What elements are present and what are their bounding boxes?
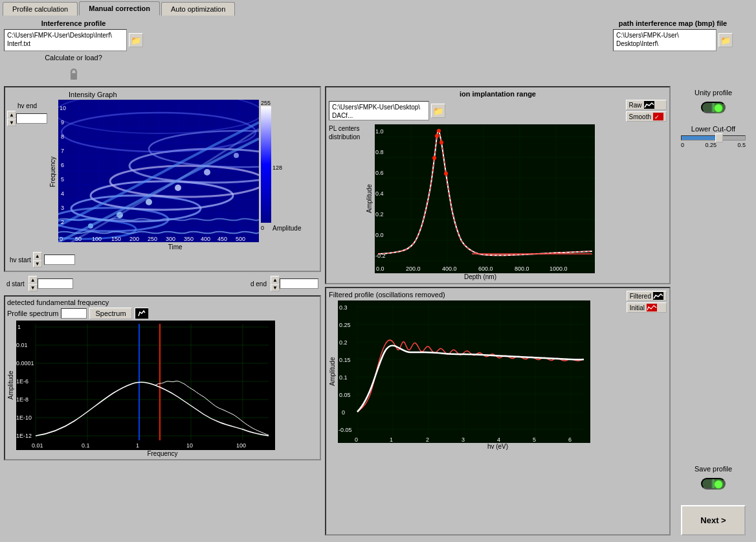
filtered-label: Filtered <box>630 293 651 300</box>
filtered-title: Filtered profile (oscillations removed) <box>329 291 667 299</box>
path-interference-file-row: C:\Users\FMPK-User\ Desktop\Interf\ 📁 <box>613 29 733 51</box>
unity-profile-toggle[interactable] <box>701 102 726 113</box>
lower-cutoff-section: Lower Cut-Off 0 0.25 0.5 <box>681 125 746 148</box>
tab-auto-optimization[interactable]: Auto optimization <box>161 2 235 16</box>
initial-btn[interactable]: Initial <box>627 302 667 313</box>
svg-text:100: 100 <box>236 442 246 449</box>
svg-text:450: 450 <box>217 236 227 242</box>
ion-y-label: Amplitude <box>366 124 375 273</box>
hv-start-up-btn[interactable]: ▲ <box>33 252 42 260</box>
hv-start-input[interactable]: 2.00 <box>44 254 75 265</box>
smooth-btn[interactable]: Smooth ✓ <box>626 111 667 122</box>
path-interference-path[interactable]: C:\Users\FMPK-User\ Desktop\Interf\ <box>613 29 717 51</box>
filtered-btns: Filtered Initial <box>627 291 667 313</box>
raw-label: Raw <box>629 102 642 109</box>
d-end-up-btn[interactable]: ▲ <box>271 276 280 284</box>
center-col: ion implantation range C:\Users\FMPK-Use… <box>325 86 671 536</box>
filtered-graph-row: Amplitude <box>329 300 667 443</box>
color-scale-max: 255 <box>261 100 271 106</box>
svg-point-33 <box>204 169 210 175</box>
left-col: hv end ▲ ▼ 10.00 Intensity Gra <box>4 86 321 536</box>
app-main: Interference profile C:\Users\FMPK-User\… <box>0 16 756 539</box>
svg-text:0.2: 0.2 <box>375 211 384 218</box>
unity-profile-section: Unity profile <box>695 89 732 113</box>
spectrum-controls: Profile spectrum 1.60 Spectrum <box>7 308 318 319</box>
filtered-y-label: Amplitude <box>329 300 338 443</box>
svg-text:0.4: 0.4 <box>375 190 384 197</box>
svg-text:800.0: 800.0 <box>515 265 529 272</box>
spectrum-freq-input[interactable]: 1.60 <box>61 308 87 319</box>
spectrum-icon <box>137 310 146 317</box>
color-scale-min: 0 <box>261 225 264 231</box>
svg-text:0.1: 0.1 <box>339 374 348 381</box>
d-start-input[interactable]: 0.00 <box>38 278 73 289</box>
d-end-down-btn[interactable]: ▼ <box>271 284 280 291</box>
tick-05: 0.5 <box>737 142 746 148</box>
tab-profile-calculation[interactable]: Profile calculation <box>3 2 78 16</box>
hv-end-up-btn[interactable]: ▲ <box>7 111 16 119</box>
spectrum-button[interactable]: Spectrum <box>89 308 131 319</box>
svg-rect-0 <box>71 73 77 80</box>
d-start-spinners: ▲ ▼ <box>28 276 38 291</box>
svg-point-104 <box>444 172 448 175</box>
path-interference-section: path interference map (bmp) file C:\User… <box>613 19 733 51</box>
amplitude-label-scale: Amplitude <box>272 225 301 232</box>
d-end-input[interactable]: 500.00 <box>280 278 318 289</box>
save-profile-label: Save profile <box>695 465 732 473</box>
svg-text:0.1: 0.1 <box>82 442 90 449</box>
svg-text:0.8: 0.8 <box>375 149 384 155</box>
svg-text:1.0: 1.0 <box>375 128 384 135</box>
spectrum-graph-svg: 1 0.01 0.0001 1E-6 1E-8 1E-10 1E-12 0.01 <box>16 321 275 450</box>
hv-end-down-btn[interactable]: ▼ <box>7 119 16 126</box>
svg-text:0.05: 0.05 <box>339 392 351 398</box>
color-scale-gradient <box>261 106 271 223</box>
ion-implantation-section: ion implantation range C:\Users\FMPK-Use… <box>325 86 671 284</box>
ion-file-path[interactable]: C:\Users\FMPK-User\Desktop\ DACf... <box>329 101 429 120</box>
app-layout: Interference profile C:\Users\FMPK-User\… <box>0 16 756 539</box>
lower-cutoff-slider[interactable] <box>681 135 746 141</box>
hv-end-spinners: ▲ ▼ <box>7 111 16 126</box>
right-col: Unity profile Lower Cut-Off 0 0.25 0.5 <box>674 86 752 536</box>
svg-point-103 <box>439 141 443 144</box>
pl-centers-label: PL centers distribution <box>329 124 364 141</box>
svg-point-101 <box>435 134 439 138</box>
hv-end-control: hv end ▲ ▼ 10.00 <box>7 89 47 126</box>
intensity-time-label: Time <box>168 243 183 251</box>
hv-end-input[interactable]: 10.00 <box>16 113 47 124</box>
d-start-down-btn[interactable]: ▼ <box>28 284 38 291</box>
svg-text:-0.2: -0.2 <box>375 253 386 259</box>
ion-graph-col: Amplitude <box>366 124 595 280</box>
interference-profile-path[interactable]: C:\Users\FMPK-User\Desktop\Interf\ Inter… <box>4 29 127 51</box>
svg-text:150: 150 <box>111 236 121 242</box>
hv-start-down-btn[interactable]: ▼ <box>33 260 42 267</box>
save-profile-toggle[interactable] <box>701 478 726 490</box>
smooth-label: Smooth <box>629 113 651 120</box>
svg-text:✓: ✓ <box>654 114 660 120</box>
svg-text:0: 0 <box>60 236 63 242</box>
intensity-graph-with-labels: Intensity Graph Frequency <box>49 89 301 251</box>
svg-text:200.0: 200.0 <box>406 265 421 272</box>
interference-profile-label: Interference profile <box>41 19 106 27</box>
svg-text:0.6: 0.6 <box>375 170 384 176</box>
ion-folder-btn[interactable]: 📁 <box>431 104 445 118</box>
hv-end-input-row: ▲ ▼ 10.00 <box>7 111 47 126</box>
tab-manual-correction[interactable]: Manual correction <box>79 1 160 16</box>
spectrum-graph-row: Amplitude <box>7 321 318 450</box>
next-button[interactable]: Next > <box>681 505 746 536</box>
spectrum-icon-btn[interactable] <box>135 308 149 319</box>
d-inputs-row: d start ▲ ▼ 0.00 d end ▲ ▼ <box>4 275 321 293</box>
hv-start-label: hv start <box>10 256 31 264</box>
interference-profile-folder-btn[interactable]: 📁 <box>129 33 143 47</box>
path-interference-folder-btn[interactable]: 📁 <box>718 33 733 47</box>
initial-label: Initial <box>630 304 645 311</box>
d-start-up-btn[interactable]: ▲ <box>28 276 38 284</box>
raw-btn[interactable]: Raw <box>626 100 667 110</box>
d-start-input-row: ▲ ▼ 0.00 <box>28 276 73 291</box>
svg-text:0.0: 0.0 <box>376 265 384 272</box>
ion-file-row: C:\Users\FMPK-User\Desktop\ DACf... 📁 Ra… <box>329 100 667 122</box>
lock-icon <box>68 65 80 82</box>
svg-text:4: 4 <box>497 436 500 443</box>
hv-start-row: hv start ▲ ▼ 2.00 <box>7 251 318 269</box>
hv-end-label: hv end <box>17 102 37 109</box>
filtered-btn[interactable]: Filtered <box>627 291 667 301</box>
